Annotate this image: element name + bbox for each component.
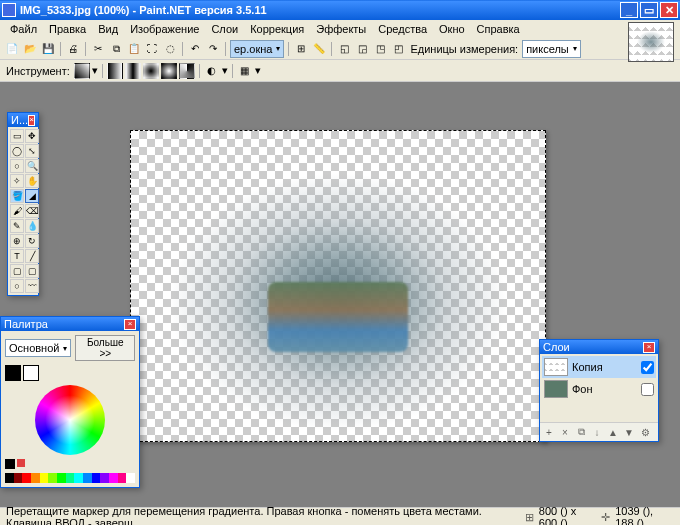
layers-close-icon[interactable]: × [643,342,655,353]
move-up-icon[interactable]: ▲ [606,425,620,439]
add-layer-icon[interactable]: + [542,425,556,439]
paint-bucket-tool[interactable]: 🪣 [10,189,24,203]
layer-visible-checkbox[interactable] [641,361,654,374]
window-title: IMG_5333.jpg (100%) - Paint.NET версия 3… [20,4,618,16]
colors-more-button[interactable]: Больше >> [75,335,135,361]
merge-layer-icon[interactable]: ↓ [590,425,604,439]
rounded-rect-tool[interactable]: ▢ [25,264,39,278]
menu-help[interactable]: Справка [471,21,526,37]
panel4-icon[interactable]: ◰ [390,41,406,57]
colors-close-icon[interactable]: × [124,319,136,330]
gradient-tool-icon[interactable] [74,63,90,79]
menubar: Файл Правка Вид Изображение Слои Коррекц… [0,20,680,38]
palette-strip[interactable] [5,473,135,483]
blend-dropdown[interactable]: ▾ [222,64,228,77]
alpha-dropdown[interactable]: ▾ [255,64,261,77]
eraser-tool[interactable]: ⌫ [25,204,39,218]
paste-icon[interactable]: 📋 [126,41,142,57]
deselect-icon[interactable]: ◌ [162,41,178,57]
menu-image[interactable]: Изображение [124,21,205,37]
gradient-diamond-icon[interactable] [143,63,159,79]
pan-tool[interactable]: ✋ [25,174,39,188]
move-down-icon[interactable]: ▼ [622,425,636,439]
open-icon[interactable]: 📂 [22,41,38,57]
recolor-tool[interactable]: ↻ [25,234,39,248]
gradient-tool[interactable]: ◢ [25,189,39,203]
document-preview[interactable] [628,22,674,62]
duplicate-layer-icon[interactable]: ⧉ [574,425,588,439]
save-icon[interactable]: 💾 [40,41,56,57]
color-picker-tool[interactable]: 💧 [25,219,39,233]
maximize-button[interactable]: ▭ [640,2,658,18]
delete-layer-icon[interactable]: × [558,425,572,439]
layer-row[interactable]: Фон [542,378,656,400]
grid-icon[interactable]: ⊞ [293,41,309,57]
menu-layers[interactable]: Слои [205,21,244,37]
color-wheel[interactable] [35,385,105,455]
tools-close-icon[interactable]: × [28,115,35,126]
ruler-icon[interactable]: 📏 [311,41,327,57]
gradient-reflected-icon[interactable] [125,63,141,79]
color-mode-combo[interactable]: Основной▾ [5,339,71,357]
status-coords: 1039 (), 188 () [615,505,674,526]
menu-adjustments[interactable]: Коррекция [244,21,310,37]
ellipse-tool[interactable]: ○ [10,279,24,293]
zoom-combo[interactable]: ер.окна▾ [230,40,284,58]
line-tool[interactable]: ╱ [25,249,39,263]
menu-file[interactable]: Файл [4,21,43,37]
copy-icon[interactable]: ⧉ [108,41,124,57]
gradient-linear-icon[interactable] [107,63,123,79]
gradient-conical-icon[interactable] [179,63,195,79]
move-selection-tool[interactable]: ⤡ [25,144,39,158]
brush-tool[interactable]: 🖌 [10,204,24,218]
layer-row[interactable]: Копия [542,356,656,378]
swatch-black[interactable] [5,459,15,469]
freeform-tool[interactable]: 〰 [25,279,39,293]
units-combo[interactable]: пикселы▾ [522,40,581,58]
text-tool[interactable]: T [10,249,24,263]
menu-tools[interactable]: Средства [372,21,433,37]
zoom-tool[interactable]: 🔍 [25,159,39,173]
tools-window: И... × ▭ ✥ ◯ ⤡ ○ 🔍 ✧ ✋ 🪣 ◢ 🖌 ⌫ ✎ 💧 ⊕ ↻ T… [7,112,39,296]
undo-icon[interactable]: ↶ [187,41,203,57]
layer-visible-checkbox[interactable] [641,383,654,396]
panel3-icon[interactable]: ◳ [372,41,388,57]
gradient-radial-icon[interactable] [161,63,177,79]
cut-icon[interactable]: ✂ [90,41,106,57]
redo-icon[interactable]: ↷ [205,41,221,57]
cursor-icon: ✛ [601,511,611,523]
move-tool[interactable]: ✥ [25,129,39,143]
menu-effects[interactable]: Эффекты [310,21,372,37]
print-icon[interactable]: 🖨 [65,41,81,57]
new-icon[interactable]: 📄 [4,41,20,57]
minimize-button[interactable]: _ [620,2,638,18]
crop-icon[interactable]: ⛶ [144,41,160,57]
close-button[interactable]: ✕ [660,2,678,18]
alpha-channel-icon[interactable]: ▦ [237,63,253,79]
colors-window-title[interactable]: Палитра × [1,317,139,331]
menu-view[interactable]: Вид [92,21,124,37]
clone-tool[interactable]: ⊕ [10,234,24,248]
tool-dropdown[interactable]: ▾ [92,64,98,77]
layers-window-title[interactable]: Слои × [540,340,658,354]
layer-properties-icon[interactable]: ⚙ [638,425,652,439]
blend-mode-icon[interactable]: ◐ [204,63,220,79]
foreground-swatch[interactable] [5,365,21,381]
rect-tool[interactable]: ▢ [10,264,24,278]
panel2-icon[interactable]: ◲ [354,41,370,57]
colors-window: Палитра × Основной▾ Больше >> [0,316,140,488]
canvas[interactable] [130,130,546,442]
menu-edit[interactable]: Правка [43,21,92,37]
background-swatch[interactable] [23,365,39,381]
image-subject [268,282,408,352]
magic-wand-tool[interactable]: ✧ [10,174,24,188]
pencil-tool[interactable]: ✎ [10,219,24,233]
menu-window[interactable]: Окно [433,21,471,37]
panel1-icon[interactable]: ◱ [336,41,352,57]
statusbar: Перетащите маркер для перемещения градие… [0,507,680,525]
tools-window-title[interactable]: И... × [8,113,38,127]
lasso-tool[interactable]: ◯ [10,144,24,158]
ellipse-select-tool[interactable]: ○ [10,159,24,173]
rect-select-tool[interactable]: ▭ [10,129,24,143]
swatch-small-icon[interactable] [17,459,25,467]
